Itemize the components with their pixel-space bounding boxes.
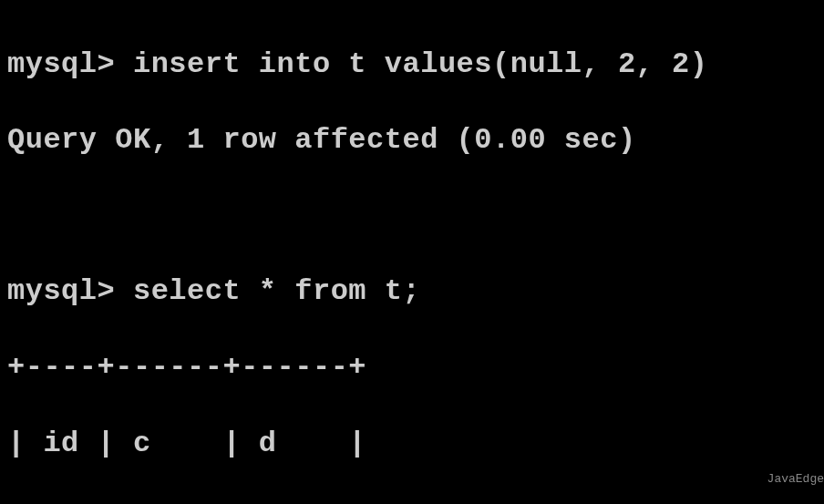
insert-command: insert into t values(null, 2, 2): [133, 47, 708, 81]
prompt: mysql>: [7, 274, 115, 308]
blank-line: [7, 197, 817, 235]
terminal-output: mysql> insert into t values(null, 2, 2) …: [7, 7, 817, 504]
watermark: JavaEdge: [767, 472, 824, 488]
prompt: mysql>: [7, 47, 115, 81]
command-line[interactable]: mysql> select * from t;: [7, 273, 817, 311]
query-response: Query OK, 1 row affected (0.00 sec): [7, 121, 817, 159]
table-border: +----+------+------+: [7, 500, 817, 504]
command-line[interactable]: mysql> insert into t values(null, 2, 2): [7, 46, 817, 84]
table-border: +----+------+------+: [7, 348, 817, 386]
select-command: select * from t;: [133, 274, 420, 308]
table-header: | id | c | d |: [7, 425, 817, 463]
